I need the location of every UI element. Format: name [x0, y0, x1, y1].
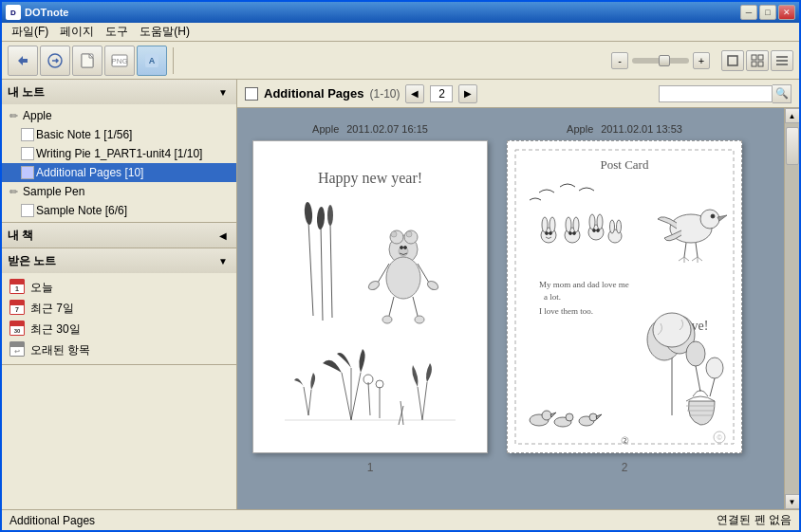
svg-line-86 — [696, 366, 700, 392]
recent-7days-label: 최근 7일 — [30, 301, 74, 317]
slider-track[interactable] — [632, 58, 689, 64]
svg-rect-7 — [752, 55, 756, 60]
page-2-wrapper: Apple 2011.02.01 13:53 Post Card — [507, 123, 742, 494]
status-bar: Additional Pages 연결된 펜 없음 — [2, 509, 799, 530]
svg-line-19 — [330, 223, 332, 318]
maximize-button[interactable]: □ — [759, 5, 776, 20]
svg-line-36 — [413, 297, 418, 316]
toolbar-right: - + — [611, 50, 793, 71]
recent-old[interactable]: ↩ 오래된 항목 — [2, 339, 236, 360]
basic-note-label: Basic Note 1 [1/56] — [36, 128, 132, 141]
svg-point-68 — [597, 229, 600, 232]
main-area: 내 노트 ▼ ✏ Apple Basic Note 1 [1/56] — [2, 80, 799, 509]
svg-point-28 — [404, 247, 407, 249]
svg-point-16 — [304, 202, 313, 226]
tree-item-basic-note[interactable]: Basic Note 1 [1/56] — [2, 125, 236, 144]
svg-text:PNG: PNG — [111, 57, 127, 65]
toolbar-btn-pen[interactable]: A — [137, 46, 167, 76]
zoom-in-button[interactable]: + — [693, 52, 710, 69]
page-2-date: 2011.02.01 13:53 — [601, 123, 682, 135]
main-window: D DOTnote ─ □ ✕ 파일(F) 페이지 도구 도움말(H) PNG … — [0, 0, 801, 532]
svg-line-34 — [389, 297, 394, 316]
page-1-card[interactable]: Happy new year! — [252, 140, 488, 453]
view-grid-button[interactable] — [746, 50, 769, 71]
title-bar: D DOTnote ─ □ ✕ — [2, 2, 799, 23]
scroll-up-button[interactable]: ▲ — [785, 108, 800, 123]
slider-thumb — [659, 55, 670, 66]
menu-help[interactable]: 도움말(H) — [134, 22, 196, 42]
toolbar-btn-doc[interactable] — [72, 46, 102, 76]
close-button[interactable]: ✕ — [778, 5, 795, 20]
pencil-icon: ✏ — [6, 108, 21, 123]
svg-text:I love them too.: I love them too. — [539, 306, 593, 316]
my-books-header[interactable]: 내 책 ◀ — [2, 223, 236, 248]
svg-point-55 — [542, 217, 548, 232]
search-box: 🔍 — [659, 84, 792, 103]
svg-point-20 — [327, 205, 333, 226]
recent-30days-label: 최근 30일 — [30, 321, 81, 338]
vertical-scrollbar: ▲ ▼ — [784, 108, 799, 509]
tree-item-sample-note[interactable]: Sample Note [6/6] — [2, 201, 236, 220]
page-1-wrapper: Apple 2011.02.07 16:15 Happy new year! — [252, 123, 488, 494]
tree-item-additional-pages[interactable]: Additional Pages [10] — [2, 163, 236, 182]
search-button[interactable]: 🔍 — [773, 84, 792, 103]
week-calendar-icon: 7 — [9, 300, 27, 317]
svg-point-61 — [573, 217, 579, 232]
svg-line-17 — [321, 226, 323, 321]
svg-point-87 — [706, 358, 723, 378]
svg-point-74 — [711, 214, 715, 218]
writing-pie-label: Writing Pie 1_PART1-unit4 [1/10] — [36, 147, 202, 160]
svg-text:A: A — [149, 56, 156, 65]
toolbar-btn-back[interactable] — [8, 46, 38, 76]
svg-line-88 — [710, 378, 715, 396]
nav-prev-button[interactable]: ◀ — [405, 84, 424, 103]
svg-line-75 — [684, 243, 686, 257]
note-thumb-2 — [21, 147, 34, 160]
old-calendar-icon: ↩ — [9, 341, 27, 358]
scroll-track[interactable] — [785, 123, 800, 494]
my-notes-header[interactable]: 내 노트 ▼ — [2, 80, 236, 104]
tree-item-writing-pie[interactable]: Writing Pie 1_PART1-unit4 [1/10] — [2, 144, 236, 163]
minimize-button[interactable]: ─ — [740, 5, 757, 20]
page-checkbox[interactable] — [245, 87, 258, 101]
recent-7days[interactable]: 7 최근 7일 — [2, 298, 236, 319]
svg-text:My mom and dad love me: My mom and dad love me — [539, 280, 629, 289]
menu-file[interactable]: 파일(F) — [6, 22, 54, 42]
toolbar-btn-forward[interactable] — [40, 46, 70, 76]
view-single-button[interactable] — [721, 50, 744, 71]
scroll-down-button[interactable]: ▼ — [785, 494, 800, 509]
svg-point-65 — [589, 214, 595, 229]
svg-rect-6 — [728, 56, 737, 65]
recent-today[interactable]: 1 오늘 — [2, 277, 236, 298]
tree-item-apple[interactable]: ✏ Apple — [2, 106, 236, 125]
zoom-out-button[interactable]: - — [611, 52, 628, 69]
search-input[interactable] — [659, 85, 773, 102]
my-notes-label: 내 노트 — [8, 84, 215, 101]
scroll-thumb — [786, 127, 799, 165]
my-books-label: 내 책 — [8, 228, 215, 244]
svg-line-46 — [308, 390, 311, 415]
view-list-button[interactable] — [771, 50, 793, 71]
svg-line-50 — [399, 406, 403, 425]
svg-text:②: ② — [621, 435, 629, 446]
svg-text:©: © — [717, 434, 722, 441]
received-notes-header[interactable]: 받은 노트 ▼ — [2, 248, 236, 273]
note-thumb-3 — [21, 166, 34, 179]
toolbar-btn-image[interactable]: PNG — [104, 46, 135, 76]
svg-point-27 — [400, 247, 403, 249]
toolbar: PNG A - + — [2, 42, 799, 80]
page-title: Additional Pages — [264, 86, 363, 101]
menu-page[interactable]: 페이지 — [54, 22, 100, 42]
recent-30days[interactable]: 30 최근 30일 — [2, 319, 236, 339]
note-thumb-4 — [21, 204, 34, 217]
svg-line-48 — [422, 382, 427, 420]
svg-rect-10 — [758, 62, 763, 66]
menu-tools[interactable]: 도구 — [100, 22, 134, 42]
menu-bar: 파일(F) 페이지 도구 도움말(H) — [2, 23, 799, 42]
svg-line-15 — [308, 221, 313, 316]
svg-line-41 — [368, 382, 370, 415]
tree-item-sample-pen[interactable]: ✏ Sample Pen — [2, 182, 236, 201]
page-2-card[interactable]: Post Card — [507, 140, 742, 453]
svg-point-70 — [610, 220, 615, 233]
nav-next-button[interactable]: ▶ — [458, 84, 477, 103]
